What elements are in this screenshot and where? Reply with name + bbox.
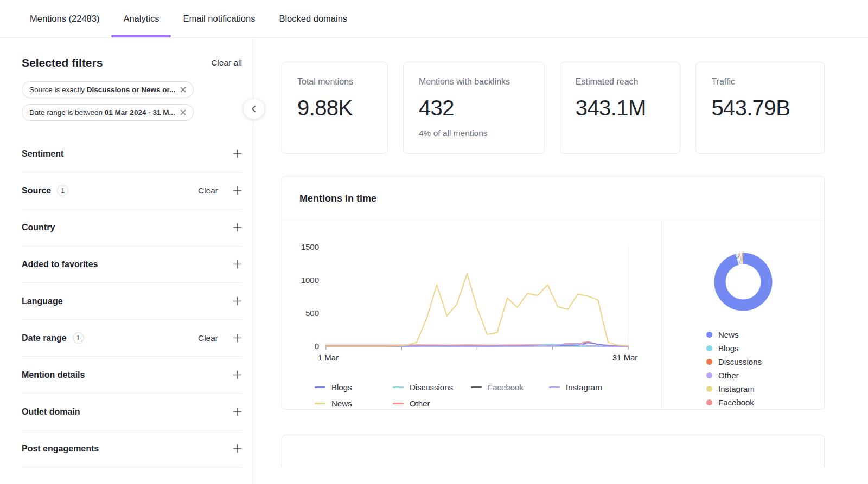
donut-legend-label: News bbox=[718, 330, 739, 339]
filter-section-source[interactable]: Source1Clear bbox=[22, 172, 242, 209]
donut-legend-label: Facebook bbox=[718, 398, 754, 407]
legend-label: Discussions bbox=[410, 383, 453, 392]
tab-analytics[interactable]: Analytics bbox=[123, 0, 159, 37]
donut-slice-news[interactable] bbox=[720, 259, 767, 305]
tab-label: Blocked domains bbox=[279, 14, 347, 24]
expand-filter-button[interactable] bbox=[233, 333, 242, 343]
legend-item-instagram[interactable]: Instagram bbox=[549, 383, 627, 392]
legend-dash-instagram bbox=[549, 386, 560, 388]
remove-filter-icon[interactable] bbox=[180, 109, 186, 115]
legend-label: Other bbox=[410, 399, 430, 408]
filter-count-badge: 1 bbox=[73, 332, 84, 344]
filter-section-controls bbox=[233, 407, 242, 416]
filter-section-date-range[interactable]: Date range1Clear bbox=[22, 320, 242, 357]
stat-label: Estimated reach bbox=[576, 77, 665, 87]
legend-item-facebook[interactable]: Facebook bbox=[471, 383, 549, 392]
brand-monitoring-analytics-page: Mentions (22483)AnalyticsEmail notificat… bbox=[0, 0, 868, 484]
filter-section-label: Mention details bbox=[22, 370, 85, 380]
legend-dash-other bbox=[393, 403, 404, 404]
donut-legend-item-news[interactable]: News bbox=[706, 328, 762, 341]
expand-filter-button[interactable] bbox=[233, 296, 242, 306]
legend-item-blogs[interactable]: Blogs bbox=[315, 383, 393, 392]
clear-all-filters-button[interactable]: Clear all bbox=[211, 58, 242, 68]
tab-blocked-domains[interactable]: Blocked domains bbox=[279, 0, 347, 37]
filter-section-label: Outlet domain bbox=[22, 407, 80, 417]
legend-dot-discussions bbox=[706, 359, 712, 365]
stat-value: 9.88K bbox=[297, 96, 372, 120]
svg-text:31 Mar: 31 Mar bbox=[612, 353, 638, 362]
plus-icon bbox=[233, 149, 242, 158]
legend-dash-discussions bbox=[393, 386, 404, 388]
mentions-line-chart[interactable]: 0500100015001 Mar31 Mar bbox=[296, 235, 643, 365]
donut-legend-item-blogs[interactable]: Blogs bbox=[706, 341, 762, 355]
legend-item-other[interactable]: Other bbox=[393, 399, 471, 408]
expand-filter-button[interactable] bbox=[233, 407, 242, 416]
stat-value: 343.1M bbox=[576, 96, 665, 120]
stat-subtext: 4% of all mentions bbox=[419, 128, 529, 138]
filter-chip[interactable]: Source is exactly Discussions or News or… bbox=[22, 81, 194, 98]
mentions-in-time-header: Mentions in time bbox=[282, 176, 824, 221]
filter-chip[interactable]: Date range is between 01 Mar 2024 - 31 M… bbox=[22, 104, 194, 121]
chevron-left-icon bbox=[250, 105, 258, 113]
plus-icon bbox=[233, 407, 242, 416]
filter-section-added-to-favorites[interactable]: Added to favorites bbox=[22, 246, 242, 283]
filter-sections-list: SentimentSource1ClearCountryAdded to fav… bbox=[22, 135, 242, 467]
stat-card-total-mentions: Total mentions9.88K bbox=[282, 62, 388, 154]
clear-filter-button[interactable]: Clear bbox=[198, 333, 218, 343]
mentions-in-time-body: 0500100015001 Mar31 Mar BlogsDiscussions… bbox=[282, 221, 824, 409]
expand-filter-button[interactable] bbox=[233, 223, 242, 232]
filters-title: Selected filters bbox=[22, 56, 103, 69]
filter-section-mention-details[interactable]: Mention details bbox=[22, 357, 242, 393]
legend-dash-facebook bbox=[471, 386, 482, 388]
filter-section-label: Source bbox=[22, 186, 51, 196]
donut-legend-item-instagram[interactable]: Instagram bbox=[706, 382, 762, 396]
analytics-main: Total mentions9.88KMentions with backlin… bbox=[253, 38, 868, 484]
filter-section-label: Post engagements bbox=[22, 444, 99, 454]
sources-donut-chart[interactable] bbox=[711, 249, 776, 314]
donut-legend-label: Instagram bbox=[718, 384, 755, 393]
svg-text:0: 0 bbox=[315, 341, 319, 351]
filter-count-badge: 1 bbox=[57, 185, 68, 196]
expand-filter-button[interactable] bbox=[233, 149, 242, 158]
collapse-sidebar-button[interactable] bbox=[244, 99, 264, 119]
filter-chip-text: Date range is between 01 Mar 2024 - 31 M… bbox=[29, 108, 175, 117]
filter-section-sentiment[interactable]: Sentiment bbox=[22, 135, 242, 172]
legend-dot-news bbox=[706, 332, 712, 338]
plus-icon bbox=[233, 333, 242, 343]
expand-filter-button[interactable] bbox=[233, 186, 242, 195]
filter-section-country[interactable]: Country bbox=[22, 209, 242, 246]
legend-dash-news bbox=[315, 403, 326, 404]
expand-filter-button[interactable] bbox=[233, 260, 242, 269]
filter-section-post-engagements[interactable]: Post engagements bbox=[22, 430, 242, 467]
filter-section-controls bbox=[233, 223, 242, 232]
donut-legend-label: Discussions bbox=[718, 357, 762, 366]
filter-section-controls bbox=[233, 149, 242, 158]
donut-legend-label: Other bbox=[718, 371, 739, 380]
legend-item-discussions[interactable]: Discussions bbox=[393, 383, 471, 392]
filter-chip-text: Source is exactly Discussions or News or… bbox=[29, 86, 175, 94]
donut-chart-section: NewsBlogsDiscussionsOtherInstagramFacebo… bbox=[661, 221, 824, 409]
tab-email-notifications[interactable]: Email notifications bbox=[183, 0, 255, 37]
filter-section-label: Country bbox=[22, 223, 55, 233]
mentions-in-time-title: Mentions in time bbox=[299, 193, 807, 204]
filters-sidebar: Selected filters Clear all Source is exa… bbox=[0, 38, 253, 484]
remove-filter-icon[interactable] bbox=[180, 87, 186, 93]
stat-label: Traffic bbox=[711, 77, 809, 87]
legend-label: Instagram bbox=[566, 383, 602, 392]
donut-legend-item-other[interactable]: Other bbox=[706, 369, 762, 382]
donut-legend-item-facebook[interactable]: Facebook bbox=[706, 396, 762, 409]
donut-legend-item-discussions[interactable]: Discussions bbox=[706, 355, 762, 369]
clear-filter-button[interactable]: Clear bbox=[198, 186, 218, 196]
legend-label: Blogs bbox=[331, 383, 352, 392]
plus-icon bbox=[233, 186, 242, 195]
legend-item-news[interactable]: News bbox=[315, 399, 393, 408]
filter-section-controls bbox=[233, 296, 242, 306]
filter-section-outlet-domain[interactable]: Outlet domain bbox=[22, 393, 242, 430]
tab-mentions-22483[interactable]: Mentions (22483) bbox=[30, 0, 99, 37]
expand-filter-button[interactable] bbox=[233, 444, 242, 453]
expand-filter-button[interactable] bbox=[233, 370, 242, 379]
series-line-news[interactable] bbox=[326, 274, 628, 346]
stat-card-mentions-with-backlinks: Mentions with backlinks4324% of all ment… bbox=[403, 62, 545, 154]
filter-section-language[interactable]: Language bbox=[22, 283, 242, 320]
legend-dot-facebook bbox=[706, 399, 712, 405]
